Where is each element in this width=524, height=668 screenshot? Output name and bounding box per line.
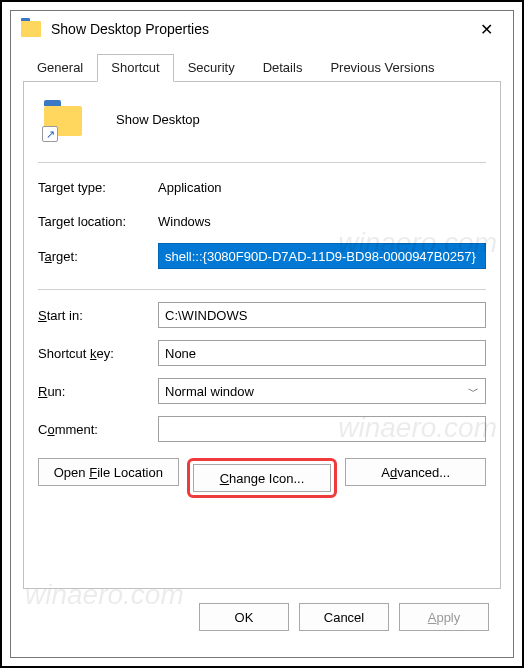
tab-details[interactable]: Details: [249, 54, 317, 82]
chevron-down-icon: ﹀: [468, 384, 479, 399]
separator: [38, 289, 486, 290]
value-target-location: Windows: [158, 214, 486, 229]
label-target: Target:: [38, 249, 158, 264]
close-icon: ✕: [480, 20, 493, 39]
run-select-value: Normal window: [165, 384, 254, 399]
close-button[interactable]: ✕: [465, 13, 507, 45]
change-icon-highlight: Change Icon...: [187, 458, 338, 498]
comment-input[interactable]: [158, 416, 486, 442]
tab-security[interactable]: Security: [174, 54, 249, 82]
label-start-in: Start in:: [38, 308, 158, 323]
open-file-location-button[interactable]: Open File Location: [38, 458, 179, 486]
label-target-location: Target location:: [38, 214, 158, 229]
titlebar: Show Desktop Properties ✕: [11, 11, 513, 47]
value-target-type: Application: [158, 180, 486, 195]
cancel-button[interactable]: Cancel: [299, 603, 389, 631]
label-comment: Comment:: [38, 422, 158, 437]
screenshot-frame: Show Desktop Properties ✕ General Shortc…: [0, 0, 524, 668]
shortcut-button-row: Open File Location Change Icon... Advanc…: [38, 458, 486, 498]
tab-general[interactable]: General: [23, 54, 97, 82]
label-shortcut-key: Shortcut key:: [38, 346, 158, 361]
shortcut-key-input[interactable]: [158, 340, 486, 366]
label-target-type: Target type:: [38, 180, 158, 195]
dialog-buttons: OK Cancel Apply: [23, 589, 501, 645]
target-input[interactable]: [158, 243, 486, 269]
dialog-content: General Shortcut Security Details Previo…: [11, 47, 513, 657]
tab-previous-versions[interactable]: Previous Versions: [316, 54, 448, 82]
apply-button[interactable]: Apply: [399, 603, 489, 631]
shortcut-name: Show Desktop: [116, 112, 200, 127]
row-comment: Comment:: [38, 416, 486, 442]
row-shortcut-key: Shortcut key:: [38, 340, 486, 366]
ok-button[interactable]: OK: [199, 603, 289, 631]
row-start-in: Start in:: [38, 302, 486, 328]
row-target-type: Target type: Application: [38, 175, 486, 199]
tab-panel-shortcut: ↗ Show Desktop Target type: Application …: [23, 82, 501, 589]
start-in-input[interactable]: [158, 302, 486, 328]
folder-shortcut-icon: [21, 19, 41, 39]
shortcut-header: ↗ Show Desktop: [38, 98, 486, 140]
tab-strip: General Shortcut Security Details Previo…: [23, 53, 501, 82]
tab-shortcut[interactable]: Shortcut: [97, 54, 173, 82]
row-target: Target:: [38, 243, 486, 269]
shortcut-large-icon: ↗: [44, 98, 86, 140]
label-run: Run:: [38, 384, 158, 399]
window-title: Show Desktop Properties: [51, 21, 465, 37]
run-select[interactable]: Normal window ﹀: [158, 378, 486, 404]
row-target-location: Target location: Windows: [38, 209, 486, 233]
separator: [38, 162, 486, 163]
row-run: Run: Normal window ﹀: [38, 378, 486, 404]
dialog-window: Show Desktop Properties ✕ General Shortc…: [10, 10, 514, 658]
advanced-button[interactable]: Advanced...: [345, 458, 486, 486]
shortcut-overlay-icon: ↗: [42, 126, 58, 142]
change-icon-button[interactable]: Change Icon...: [193, 464, 332, 492]
